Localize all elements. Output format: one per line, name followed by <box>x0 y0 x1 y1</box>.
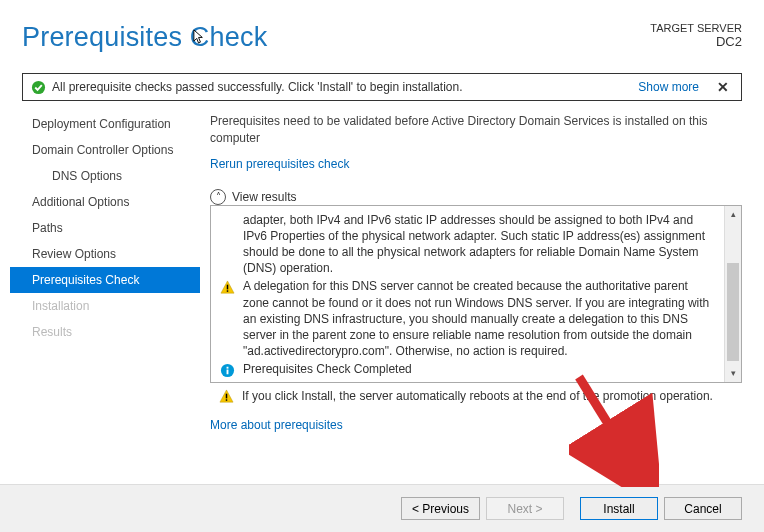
page-title-text: Prerequisites Check <box>22 22 267 52</box>
sidebar-item-paths[interactable]: Paths <box>10 215 200 241</box>
info-icon <box>219 361 235 377</box>
svg-rect-8 <box>225 399 227 401</box>
status-banner: All prerequisite checks passed successfu… <box>22 73 742 101</box>
result-text-success: All prerequisite checks passed successfu… <box>243 380 717 383</box>
success-icon <box>31 79 46 94</box>
show-more-link[interactable]: Show more <box>638 80 699 94</box>
sidebar-item-deployment-configuration[interactable]: Deployment Configuration <box>10 111 200 137</box>
footer-buttons: < Previous Next > Install Cancel <box>0 484 764 532</box>
warning-icon <box>219 278 235 294</box>
more-about-prerequisites-link[interactable]: More about prerequisites <box>210 418 742 432</box>
reboot-warning-text: If you click Install, the server automat… <box>242 389 713 403</box>
sidebar-item-domain-controller-options[interactable]: Domain Controller Options <box>10 137 200 163</box>
svg-rect-7 <box>225 394 227 399</box>
cursor-icon <box>192 27 207 45</box>
description-text: Prerequisites need to be validated befor… <box>210 113 742 147</box>
svg-rect-4 <box>226 369 228 374</box>
scroll-up-arrow-icon[interactable]: ▴ <box>725 206 741 223</box>
target-server-block: TARGET SERVER DC2 <box>650 22 742 49</box>
sidebar-item-prerequisites-check[interactable]: Prerequisites Check <box>10 267 200 293</box>
close-banner-button[interactable]: ✕ <box>713 79 733 95</box>
result-text-completed: Prerequisites Check Completed <box>243 361 717 377</box>
reboot-warning-row: If you click Install, the server automat… <box>210 389 742 404</box>
sidebar-item-installation: Installation <box>10 293 200 319</box>
view-results-label: View results <box>232 190 296 204</box>
sidebar-item-additional-options[interactable]: Additional Options <box>10 189 200 215</box>
chevron-up-icon: ˄ <box>210 189 226 205</box>
cancel-button[interactable]: Cancel <box>664 497 742 520</box>
target-server-label: TARGET SERVER <box>650 22 742 34</box>
next-button: Next > <box>486 497 564 520</box>
svg-rect-1 <box>226 284 228 289</box>
rerun-prerequisites-link[interactable]: Rerun prerequisites check <box>210 157 742 171</box>
view-results-toggle[interactable]: ˄ View results <box>210 189 742 205</box>
result-text-ip: adapter, both IPv4 and IPv6 static IP ad… <box>243 212 717 277</box>
scroll-down-arrow-icon[interactable]: ▾ <box>725 365 741 382</box>
sidebar-item-review-options[interactable]: Review Options <box>10 241 200 267</box>
status-banner-message: All prerequisite checks passed successfu… <box>46 80 638 94</box>
target-server-name: DC2 <box>650 34 742 49</box>
success-icon <box>219 380 235 383</box>
results-panel: adapter, both IPv4 and IPv6 static IP ad… <box>210 205 742 383</box>
sidebar-item-results: Results <box>10 319 200 345</box>
page-title: Prerequisites Check <box>22 22 267 53</box>
svg-point-6 <box>220 382 233 383</box>
results-scrollbar[interactable]: ▴ ▾ <box>724 206 741 382</box>
install-button[interactable]: Install <box>580 497 658 520</box>
sidebar: Deployment Configuration Domain Controll… <box>10 109 200 432</box>
svg-rect-2 <box>226 290 228 292</box>
content-area: Prerequisites need to be validated befor… <box>200 109 742 432</box>
scroll-thumb[interactable] <box>727 263 739 361</box>
previous-button[interactable]: < Previous <box>401 497 480 520</box>
svg-rect-5 <box>226 366 228 368</box>
scroll-track[interactable] <box>725 223 741 365</box>
warning-icon <box>218 389 234 404</box>
sidebar-item-dns-options[interactable]: DNS Options <box>10 163 200 189</box>
result-text-delegation: A delegation for this DNS server cannot … <box>243 278 717 359</box>
